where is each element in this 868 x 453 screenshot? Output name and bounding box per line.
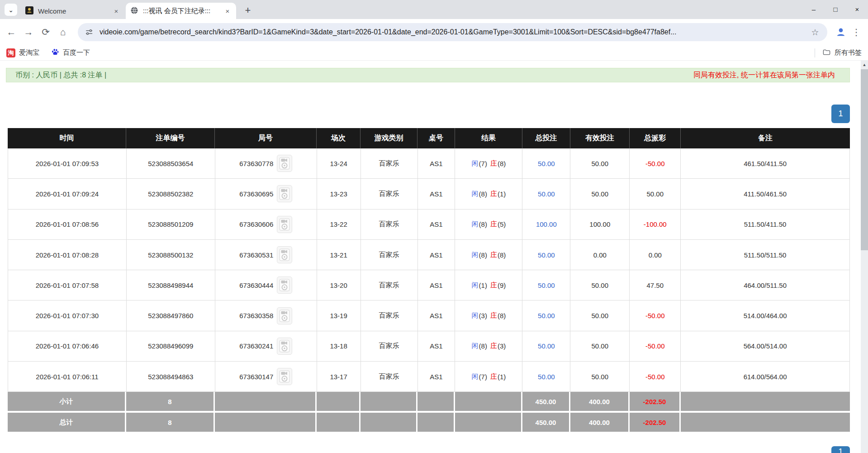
video-replay-button[interactable] xyxy=(277,185,292,202)
site-favicon-icon xyxy=(25,6,33,16)
profile-avatar[interactable] xyxy=(834,25,848,39)
bookmark-label: 百度一下 xyxy=(63,48,90,57)
home-button[interactable]: ⌂ xyxy=(54,24,71,41)
browser-toolbar: ← → ⟳ ⌂ videoie.com/game/betrecord_searc… xyxy=(0,19,868,45)
round-number: 673630695 xyxy=(239,190,273,198)
new-tab-button[interactable]: + xyxy=(242,4,254,17)
pagination-page-1-bottom[interactable]: 1 xyxy=(831,446,850,453)
cell-game-type: 百家乐 xyxy=(361,148,418,178)
scrollbar-thumb[interactable] xyxy=(861,69,868,250)
cell-valid-bet: 50.00 xyxy=(570,362,630,391)
cell-session: 13-17 xyxy=(317,362,361,391)
back-button[interactable]: ← xyxy=(3,24,20,41)
scroll-up-icon[interactable]: ▲ xyxy=(861,61,868,68)
window-minimize-button[interactable]: – xyxy=(803,0,825,18)
site-settings-icon[interactable] xyxy=(84,27,94,37)
close-tab-icon[interactable]: × xyxy=(112,7,120,15)
tab-welcome[interactable]: Welcome × xyxy=(21,3,125,19)
col-header-remark: 备注 xyxy=(681,128,850,148)
cell-time: 2026-01-01 07:09:53 xyxy=(8,148,127,178)
round-number: 673630531 xyxy=(239,251,273,259)
taobao-icon: 淘 xyxy=(6,48,15,57)
cell-total-payout: 47.50 xyxy=(630,270,681,300)
cell-session: 13-23 xyxy=(317,179,361,209)
cell-bet-id: 523088497860 xyxy=(127,300,215,330)
window-close-button[interactable]: × xyxy=(846,0,868,18)
window-maximize-button[interactable]: □ xyxy=(825,0,846,18)
bookmark-baidu[interactable]: 百度一下 xyxy=(51,48,90,57)
cell-total-bet[interactable]: 50.00 xyxy=(522,240,570,270)
player-result: 闲 xyxy=(472,159,479,168)
col-header-round-id: 局号 xyxy=(215,128,317,148)
table-row: 2026-01-01 07:08:28523088500132673630531… xyxy=(8,240,850,270)
bookmark-star-icon[interactable]: ☆ xyxy=(809,26,821,38)
cell-total-bet[interactable]: 50.00 xyxy=(522,270,570,300)
tab-bet-record[interactable]: :::视讯 会员下注纪录::: × xyxy=(126,3,236,19)
cell-session: 13-19 xyxy=(317,300,361,330)
home-icon: ⌂ xyxy=(60,27,66,38)
reload-button[interactable]: ⟳ xyxy=(37,24,54,41)
pagination-page-1-top[interactable]: 1 xyxy=(831,105,850,123)
video-replay-button[interactable] xyxy=(277,246,292,263)
table-row: 2026-01-01 07:08:56523088501209673630606… xyxy=(8,210,850,240)
cell-round-id: 673630606 xyxy=(215,210,317,239)
cell-time: 2026-01-01 07:09:24 xyxy=(8,179,127,209)
forward-button[interactable]: → xyxy=(20,24,37,41)
cell-round-id: 673630147 xyxy=(215,362,317,391)
table-row: 2026-01-01 07:06:11523088494863673630147… xyxy=(8,362,850,392)
cell-bet-id: 523088503654 xyxy=(127,148,215,178)
video-replay-button[interactable] xyxy=(277,277,292,294)
all-bookmarks-button[interactable]: 所有书签 xyxy=(822,48,862,58)
cell-game-type: 百家乐 xyxy=(361,300,418,330)
table-row: 2026-01-01 07:07:30523088497860673630358… xyxy=(8,300,850,331)
video-replay-button[interactable] xyxy=(277,307,292,324)
browser-menu-button[interactable]: ⋮ xyxy=(848,24,864,40)
table-subtotal-row-remark xyxy=(681,392,850,411)
cell-remark: 564.00/514.00 xyxy=(681,331,850,361)
page-scrollbar[interactable]: ▲ xyxy=(861,61,868,453)
cell-round-id: 673630241 xyxy=(215,331,317,361)
cell-time: 2026-01-01 07:08:56 xyxy=(8,210,127,239)
bookmarks-separator xyxy=(815,48,815,57)
cell-result: 闲(7)庄(8) xyxy=(455,148,522,178)
cell-bet-id: 523088501209 xyxy=(127,210,215,239)
tab-search-caret-button[interactable]: ⌄ xyxy=(5,4,17,16)
cell-table-no: AS1 xyxy=(418,270,455,300)
table-total-row-remark xyxy=(681,413,850,432)
cell-time: 2026-01-01 07:06:11 xyxy=(8,362,127,391)
cell-total-bet[interactable]: 50.00 xyxy=(522,300,570,330)
bet-notice: 同局有效投注, 统一计算在该局第一张注单内 xyxy=(693,71,835,80)
cell-result: 闲(7)庄(1) xyxy=(455,362,522,391)
cell-game-type: 百家乐 xyxy=(361,179,418,209)
cell-total-payout: 0.00 xyxy=(630,240,681,270)
video-replay-button[interactable] xyxy=(277,368,292,385)
table-subtotal-row-time: 小计 xyxy=(8,392,126,411)
cell-total-payout: -100.00 xyxy=(630,210,681,239)
video-replay-button[interactable] xyxy=(277,338,292,355)
round-number: 673630147 xyxy=(239,373,273,381)
table-row: 2026-01-01 07:07:58523088498944673630444… xyxy=(8,270,850,300)
bookmark-taobao[interactable]: 淘 爱淘宝 xyxy=(6,48,39,57)
cell-total-payout: 50.00 xyxy=(630,179,681,209)
close-tab-icon[interactable]: × xyxy=(223,7,232,15)
video-replay-button[interactable] xyxy=(277,155,292,172)
cell-total-bet[interactable]: 50.00 xyxy=(522,362,570,391)
col-header-game-type: 游戏类别 xyxy=(360,128,417,148)
cell-total-bet[interactable]: 50.00 xyxy=(522,148,570,178)
url-text[interactable]: videoie.com/game/betrecord_search/kind3?… xyxy=(100,28,809,36)
table-subtotal-row-result xyxy=(455,392,522,411)
cell-table-no: AS1 xyxy=(418,148,455,178)
video-replay-button[interactable] xyxy=(277,216,292,233)
cell-total-bet[interactable]: 50.00 xyxy=(522,179,570,209)
cell-round-id: 673630778 xyxy=(215,148,317,178)
cell-valid-bet: 100.00 xyxy=(570,210,630,239)
cell-total-bet[interactable]: 100.00 xyxy=(522,210,570,239)
cell-remark: 511.50/411.50 xyxy=(681,210,850,239)
address-bar[interactable]: videoie.com/game/betrecord_search/kind3?… xyxy=(78,23,827,41)
cell-game-type: 百家乐 xyxy=(361,210,418,239)
table-total-row-result xyxy=(455,413,522,432)
cell-total-bet[interactable]: 50.00 xyxy=(522,331,570,361)
col-header-total-bet: 总投注 xyxy=(522,128,570,148)
cell-time: 2026-01-01 07:07:58 xyxy=(8,270,127,300)
player-result: 闲 xyxy=(472,190,479,198)
